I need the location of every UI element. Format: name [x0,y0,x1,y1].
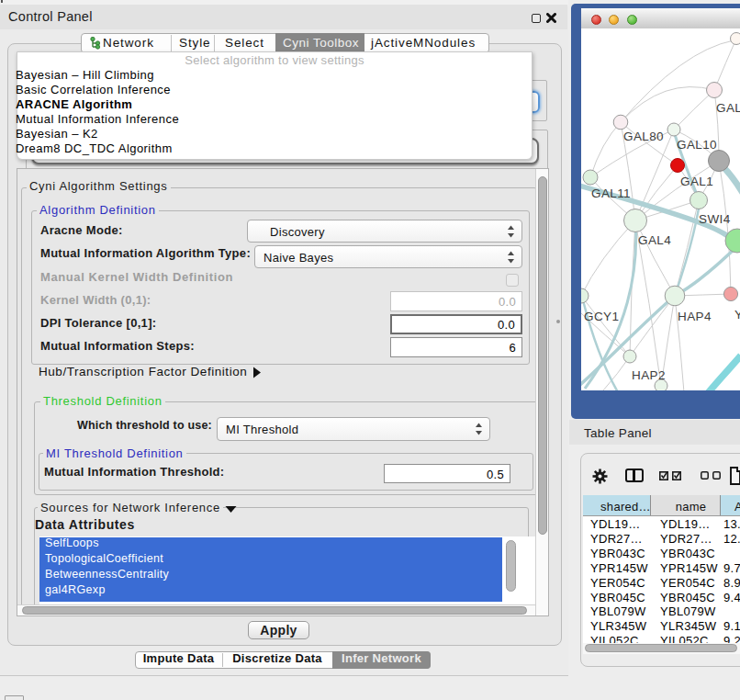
svg-text:GAL11: GAL11 [591,186,631,200]
svg-text:YM: YM [734,308,740,322]
svg-text:GAL4: GAL4 [638,233,671,247]
svg-text:GAL2: GAL2 [716,101,740,115]
svg-text:SWI4: SWI4 [699,212,731,226]
svg-text:HAP4: HAP4 [678,310,712,323]
svg-text:GAL10: GAL10 [677,138,717,152]
svg-text:GCY1: GCY1 [584,310,619,323]
svg-text:HAP2: HAP2 [632,368,666,382]
svg-text:GAL80: GAL80 [623,130,664,143]
svg-text:GAL1: GAL1 [680,175,713,188]
